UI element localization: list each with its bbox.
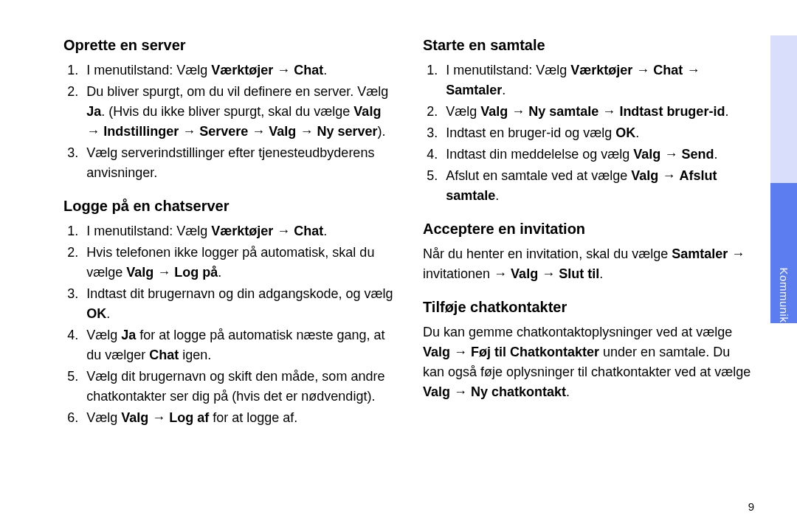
arrow-icon: → xyxy=(252,122,265,142)
emphasis: OK xyxy=(86,306,106,321)
list-item: Indtast en bruger-id og vælg OK. xyxy=(441,123,753,143)
menu-term: Valg xyxy=(423,345,450,359)
text: invitationen xyxy=(423,266,490,281)
menu-term: Valg xyxy=(423,384,450,399)
arrow-icon: → xyxy=(277,61,290,80)
text: Du bliver spurgt, om du vil definere en … xyxy=(86,84,388,99)
menu-term: Værktøjer xyxy=(570,63,632,77)
menu-term: Log på xyxy=(174,265,218,280)
text: . xyxy=(725,104,728,119)
text: Vælg xyxy=(86,410,121,425)
list-starte-samtale: I menutilstand: Vælg Værktøjer → Chat → … xyxy=(423,61,753,206)
arrow-icon: → xyxy=(277,221,290,241)
text: Indtast dit brugernavn og din adgangskod… xyxy=(86,286,393,301)
arrow-icon: → xyxy=(157,263,170,283)
text: I menutilstand: Vælg xyxy=(446,63,570,77)
list-logge-chatserver: I menutilstand: Vælg Værktøjer → Chat. H… xyxy=(63,221,393,428)
menu-term: Ny samtale xyxy=(528,104,598,119)
text: igen. xyxy=(179,348,211,362)
page-number: 9 xyxy=(748,500,754,513)
text: Indtast din meddelelse og vælg xyxy=(446,147,633,162)
list-item: Indtast dit brugernavn og din adgangskod… xyxy=(82,284,393,324)
menu-term: Indtast bruger-id xyxy=(619,104,725,119)
menu-term: Ny chatkontakt xyxy=(471,384,566,399)
menu-term: Chat xyxy=(294,63,323,77)
menu-term: Valg xyxy=(121,410,148,425)
list-item: Vælg dit brugernavn og skift den måde, s… xyxy=(82,367,393,407)
text: . xyxy=(566,384,570,399)
list-item: Afslut en samtale ved at vælge Valg → Af… xyxy=(441,166,753,206)
arrow-icon: → xyxy=(686,61,700,80)
text: for at logge af. xyxy=(209,410,297,425)
menu-term: Værktøjer xyxy=(211,224,273,238)
menu-term: Valg xyxy=(353,104,381,119)
section-tab-label: Kommunikation xyxy=(778,268,790,349)
menu-term: Samtaler xyxy=(672,246,728,261)
text: . (Hvis du ikke bliver spurgt, skal du v… xyxy=(101,104,353,119)
menu-term: Valg xyxy=(269,124,296,139)
heading-logge-chatserver: Logge på en chatserver xyxy=(63,195,393,217)
emphasis: Ja xyxy=(86,104,101,119)
text: . xyxy=(635,125,639,140)
list-item: Vælg Valg → Ny samtale → Indtast bruger-… xyxy=(441,102,753,122)
menu-term: Slut til xyxy=(559,266,599,281)
arrow-icon: → xyxy=(454,382,467,402)
text: Vælg xyxy=(86,328,121,342)
text: Vælg serverindstillinger efter tjenesteu… xyxy=(86,145,374,180)
emphasis: Ja xyxy=(121,328,136,342)
para-tilfoeje-chatkontakter: Du kan gemme chatkontaktoplysninger ved … xyxy=(423,322,753,402)
heading-acceptere-invitation: Acceptere en invitation xyxy=(423,218,753,240)
arrow-icon: → xyxy=(300,122,313,142)
emphasis: Chat xyxy=(149,348,179,362)
text: Når du henter en invitation, skal du væl… xyxy=(423,246,672,261)
text: Vælg xyxy=(446,104,480,119)
text: . xyxy=(218,265,221,280)
arrow-icon: → xyxy=(454,342,467,362)
menu-term: Samtaler xyxy=(446,83,502,97)
list-item: Hvis telefonen ikke logger på automatisk… xyxy=(82,243,393,283)
arrow-icon: → xyxy=(494,264,507,284)
arrow-icon: → xyxy=(636,61,649,80)
menu-term: Valg xyxy=(631,168,658,183)
menu-term: Log af xyxy=(169,410,209,425)
arrow-icon: → xyxy=(542,264,555,284)
arrow-icon: → xyxy=(664,145,677,165)
para-acceptere-invitation: Når du henter en invitation, skal du væl… xyxy=(423,244,753,284)
list-item: Vælg Valg → Log af for at logge af. xyxy=(82,408,393,428)
list-item: I menutilstand: Vælg Værktøjer → Chat. xyxy=(82,221,393,241)
text: Afslut en samtale ved at vælge xyxy=(446,168,631,183)
menu-term: Valg xyxy=(480,104,508,119)
text: . xyxy=(714,147,717,162)
arrow-icon: → xyxy=(602,102,615,122)
heading-starte-samtale: Starte en samtale xyxy=(423,34,753,56)
menu-term: Valg xyxy=(633,147,660,162)
menu-term: Send xyxy=(681,147,714,162)
text: . xyxy=(599,266,603,281)
menu-term: Ny server xyxy=(317,124,377,139)
menu-term: Valg xyxy=(511,266,538,281)
list-oprette-server: I menutilstand: Vælg Værktøjer → Chat. D… xyxy=(63,61,393,183)
heading-oprette-server: Oprette en server xyxy=(63,34,393,56)
text: I menutilstand: Vælg xyxy=(86,63,211,77)
manual-page: Oprette en server I menutilstand: Vælg V… xyxy=(0,0,797,532)
text: Du kan gemme chatkontaktoplysninger ved … xyxy=(423,325,732,339)
heading-tilfoeje-chatkontakter: Tilføje chatkontakter xyxy=(423,296,753,318)
menu-term: Indstillinger xyxy=(103,124,179,139)
arrow-icon: → xyxy=(86,122,100,142)
list-item: I menutilstand: Vælg Værktøjer → Chat → … xyxy=(441,61,753,100)
left-column: Oprette en server I menutilstand: Vælg V… xyxy=(63,34,393,532)
list-item: Vælg serverindstillinger efter tjenesteu… xyxy=(82,143,393,183)
arrow-icon: → xyxy=(511,102,525,122)
arrow-icon: → xyxy=(182,122,196,142)
menu-term: Værktøjer xyxy=(211,63,273,77)
arrow-icon: → xyxy=(152,408,165,428)
text: . xyxy=(495,188,499,203)
text: . xyxy=(106,306,110,321)
text: Vælg dit brugernavn og skift den måde, s… xyxy=(86,369,384,404)
content-columns: Oprette en server I menutilstand: Vælg V… xyxy=(0,0,797,532)
list-item: Vælg Ja for at logge på automatisk næste… xyxy=(82,325,393,365)
menu-term: Chat xyxy=(653,63,683,77)
emphasis: OK xyxy=(615,125,635,140)
text: . xyxy=(502,83,506,97)
section-tab-highlight xyxy=(770,35,797,183)
